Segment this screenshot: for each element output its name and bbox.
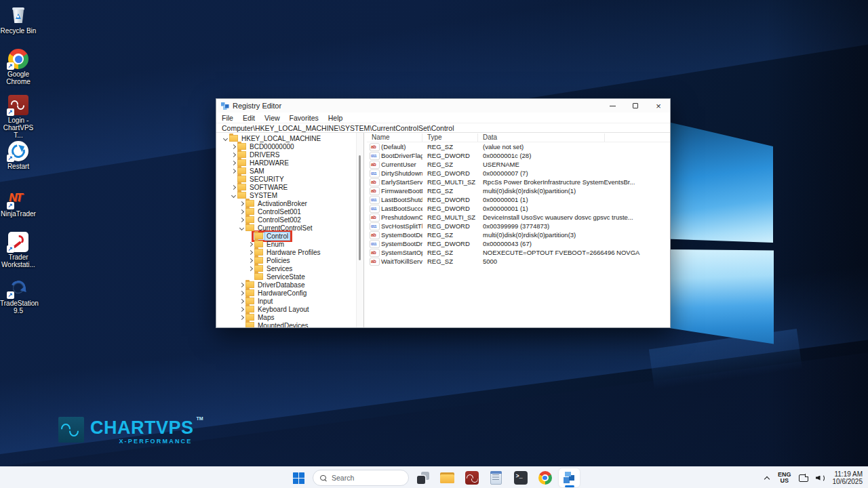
value-row[interactable]: CurrentUser REG_SZ USERNAME	[367, 160, 670, 169]
registry-editor-taskbar-button[interactable]	[559, 468, 580, 487]
tree-item[interactable]: HardwareConfig	[216, 289, 356, 297]
value-row[interactable]: SystemBootDriv... REG_DWORD 0x00000043 (…	[367, 239, 670, 248]
menu-item[interactable]: File	[222, 114, 233, 122]
volume-icon[interactable]	[816, 474, 825, 482]
tree-chevron-icon[interactable]	[247, 251, 254, 254]
tree-item[interactable]: CurrentControlSet	[216, 224, 356, 232]
tree-item[interactable]: Services	[216, 264, 356, 272]
start-button[interactable]	[288, 468, 309, 487]
tree-item[interactable]: MountedDevices	[216, 321, 356, 327]
chartvps-trader-button[interactable]	[461, 468, 482, 487]
value-row[interactable]: PreshutdownOr... REG_MULTI_SZ DeviceInst…	[367, 213, 670, 222]
tree-chevron-icon[interactable]	[238, 226, 245, 230]
value-row[interactable]: FirmwareBootD... REG_SZ multi(0)disk(0)r…	[367, 186, 670, 195]
menu-item[interactable]: View	[264, 114, 280, 122]
value-name: LastBootShutdo...	[379, 196, 422, 203]
tree-chevron-icon[interactable]	[238, 218, 245, 222]
tree-item[interactable]: Policies	[216, 256, 356, 264]
tree-item[interactable]: ControlSet001	[216, 207, 356, 216]
tree-item[interactable]: Input	[216, 297, 356, 305]
tree-chevron-icon[interactable]	[238, 202, 245, 205]
tree-item[interactable]: Control	[216, 232, 356, 240]
tree-item[interactable]: SYSTEM	[216, 191, 356, 199]
tree-item-label: HardwareConfig	[256, 289, 308, 297]
tree-chevron-icon[interactable]	[230, 161, 237, 165]
minimize-button[interactable]	[601, 99, 624, 113]
tree-chevron-icon[interactable]	[238, 291, 245, 295]
value-row[interactable]: SystemBootDevi... REG_SZ multi(0)disk(0)…	[367, 230, 670, 239]
window-title: Registry Editor	[233, 102, 597, 110]
value-row[interactable]: LastBootSuccee... REG_DWORD 0x00000001 (…	[367, 204, 670, 213]
language-indicator[interactable]: ENG US	[778, 472, 791, 485]
tree-item-label: Maps	[256, 314, 275, 321]
desktop-icon[interactable]: Login - ChartVPS T...	[0, 95, 37, 139]
tree-item[interactable]: ActivationBroker	[216, 199, 356, 207]
network-icon[interactable]	[799, 474, 808, 482]
scrollbar-thumb[interactable]	[359, 155, 361, 260]
value-row[interactable]: (Default) REG_SZ (value not set)	[367, 142, 670, 151]
desktop-icon[interactable]: Google Chrome	[0, 49, 37, 85]
chrome-button[interactable]	[534, 468, 555, 487]
tree-chevron-icon[interactable]	[238, 300, 245, 303]
maximize-button[interactable]	[624, 99, 647, 113]
terminal-button[interactable]	[510, 468, 531, 487]
close-button[interactable]: ×	[647, 99, 670, 113]
tree-chevron-icon[interactable]	[247, 243, 254, 246]
notepad-button[interactable]	[486, 468, 507, 487]
value-name: (Default)	[379, 143, 422, 150]
tree-item[interactable]: DriverDatabase	[216, 281, 356, 289]
tree-chevron-icon[interactable]	[238, 316, 245, 319]
value-row[interactable]: SvcHostSplitThr... REG_DWORD 0x00399999 …	[367, 222, 670, 230]
tree-chevron-icon[interactable]	[230, 169, 237, 173]
tree-chevron-icon[interactable]	[238, 283, 245, 287]
tree-chevron-icon[interactable]	[230, 153, 237, 157]
column-header-blank	[605, 134, 670, 142]
tree-item-label: BCD00000000	[248, 143, 296, 150]
tree-chevron-icon[interactable]	[222, 137, 229, 140]
desktop-icon[interactable]: Recycle Bin	[0, 5, 37, 35]
tree-chevron-icon[interactable]	[247, 267, 254, 270]
desktop-icon[interactable]: NinjaTrader	[0, 188, 37, 218]
tree-chevron-icon[interactable]	[230, 194, 237, 197]
title-bar[interactable]: Registry Editor ×	[216, 99, 670, 113]
tray-overflow-chevron-icon[interactable]	[764, 475, 770, 481]
value-row[interactable]: SystemStartOpti... REG_SZ NOEXECUTE=OPTO…	[367, 248, 670, 257]
value-data: 0x00000001 (1)	[478, 205, 670, 212]
column-header-data[interactable]: Data	[478, 134, 605, 142]
tree-chevron-icon[interactable]	[238, 308, 245, 311]
task-view-button[interactable]	[412, 468, 433, 487]
tree-chevron-icon[interactable]	[247, 259, 254, 262]
clock[interactable]: 11:19 AM 10/6/2025	[833, 470, 863, 485]
desktop-icon[interactable]: Restart	[0, 141, 37, 170]
desktop-icon[interactable]: Trader Workstati...	[0, 232, 37, 268]
tree-item[interactable]: Hardware Profiles	[216, 248, 356, 256]
tree-scrollbar[interactable]	[356, 133, 363, 327]
search-box[interactable]: Search	[313, 470, 409, 486]
value-row[interactable]: BootDriverFlags REG_DWORD 0x0000001c (28…	[367, 151, 670, 160]
brand-subtitle: X-PERFORMANCE	[90, 438, 194, 445]
file-explorer-button[interactable]	[437, 468, 458, 487]
tree-chevron-icon[interactable]	[230, 145, 237, 148]
column-header-name[interactable]: Name	[367, 134, 422, 142]
value-row[interactable]: DirtyShutdownC... REG_DWORD 0x00000007 (…	[367, 169, 670, 178]
tree-item[interactable]: Maps	[216, 313, 356, 321]
value-type: REG_MULTI_SZ	[422, 214, 478, 221]
wallpaper-shade	[766, 0, 868, 488]
tree-chevron-icon[interactable]	[230, 186, 237, 189]
value-row[interactable]: LastBootShutdo... REG_DWORD 0x00000001 (…	[367, 195, 670, 204]
value-row[interactable]: WaitToKillServic... REG_SZ 5000	[367, 257, 670, 266]
tree-item[interactable]: Enum	[216, 240, 356, 248]
tree-item[interactable]: ServiceState	[216, 272, 356, 281]
tree-chevron-icon[interactable]	[238, 210, 245, 214]
address-bar[interactable]: Computer\HKEY_LOCAL_MACHINE\SYSTEM\Curre…	[216, 123, 670, 133]
tree-item[interactable]: ControlSet002	[216, 216, 356, 224]
value-type: REG_SZ	[422, 231, 478, 239]
tree-item[interactable]: Keyboard Layout	[216, 305, 356, 313]
column-header-type[interactable]: Type	[422, 134, 478, 142]
value-name: FirmwareBootD...	[379, 187, 422, 195]
menu-item[interactable]: Edit	[243, 114, 255, 122]
desktop-icon[interactable]: TradeStation 9.5	[0, 278, 37, 314]
menu-item[interactable]: Help	[328, 114, 343, 122]
value-row[interactable]: EarlyStartServices REG_MULTI_SZ RpcSs Po…	[367, 178, 670, 186]
menu-item[interactable]: Favorites	[290, 114, 319, 122]
